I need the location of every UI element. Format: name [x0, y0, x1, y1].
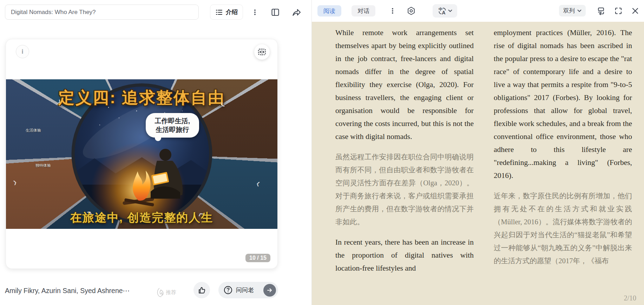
- column-layout-value: 双列: [563, 7, 575, 15]
- collapse-card-button[interactable]: [254, 44, 270, 60]
- hexagon-gear-icon: [407, 6, 416, 15]
- reader-settings-button[interactable]: [406, 6, 416, 16]
- tab-chat[interactable]: 对话: [351, 5, 375, 16]
- info-button[interactable]: i: [16, 45, 29, 58]
- paragraph-translation: 虽然远程工作安排因在职位合同中明确说明而有所不同，但自由职业者和数字游牧者在空间…: [335, 151, 474, 228]
- page-indicator: 2/10: [624, 294, 636, 302]
- split-view-button[interactable]: [269, 6, 282, 19]
- slide-title: 定义四: 追求整体自由: [6, 87, 277, 109]
- page-mode-button[interactable]: [596, 6, 606, 16]
- layout-columns-icon: [271, 8, 280, 17]
- document-panel: 介绍 i: [0, 0, 311, 305]
- app-window: 介绍 i: [0, 0, 644, 305]
- paragraph: In recent years, there has been an incre…: [335, 236, 474, 275]
- ai-flame-icon: [156, 287, 165, 298]
- translate-icon: 中 A: [438, 7, 447, 15]
- fullscreen-button[interactable]: [613, 6, 624, 16]
- paragraph: While remote work arrangements set thems…: [335, 26, 474, 143]
- outline-button-label: 介绍: [226, 8, 238, 16]
- segment-chevron-icon: ❯: [12, 179, 17, 185]
- ask-teacher-button[interactable]: 问问老: [218, 282, 278, 298]
- outline-button[interactable]: 介绍: [210, 5, 243, 20]
- translate-button[interactable]: 中 A: [433, 4, 457, 18]
- svg-text:A: A: [442, 10, 445, 15]
- more-vertical-icon: [389, 7, 396, 14]
- slide-page-badge: 10 / 15: [245, 254, 270, 262]
- paragraph-translation: 近年来，数字原住民的比例有所增加，他们拥有无处不在的生活方式和就业实践（Müll…: [494, 190, 632, 267]
- submit-arrow-icon[interactable]: [263, 284, 276, 297]
- text-column-right: employment practices (Müller, 2016). The…: [494, 26, 632, 275]
- chevron-down-icon: [448, 9, 452, 12]
- speech-bubble: 工作即生活, 生活即旅行: [146, 113, 199, 138]
- ai-recommend-label: 推荐: [166, 289, 176, 296]
- reader-toolbar: 阅读 对话 中 A: [312, 0, 644, 22]
- text-column-left: While remote work arrangements set thems…: [335, 26, 474, 282]
- tab-read[interactable]: 阅读: [317, 5, 341, 16]
- collapse-horizontal-icon: [257, 47, 267, 57]
- question-circle-icon: [223, 285, 233, 295]
- chevron-down-icon: [577, 9, 581, 12]
- share-arrow-icon: [292, 8, 301, 17]
- like-button[interactable]: [193, 282, 210, 298]
- thumbs-up-icon: [198, 286, 206, 294]
- slide-tagline: 在旅途中, 创造完整的人生: [6, 210, 277, 226]
- paragraph: employment practices (Müller, 2016). The…: [494, 26, 632, 182]
- close-icon: [631, 7, 639, 15]
- slide-card: i: [6, 39, 278, 269]
- slide-mini-label: 生活体验: [26, 128, 41, 133]
- more-menu-button[interactable]: [249, 6, 261, 19]
- page-mode-icon: [597, 7, 605, 15]
- speech-bubble-line: 生活即旅行: [149, 125, 196, 134]
- speech-bubble-line: 工作即生活,: [149, 117, 196, 125]
- list-icon: [215, 8, 223, 16]
- authors-text: Amily Fikry, Azurin Sani, Syed Ashrene⋯: [5, 287, 145, 295]
- segment-chevron-icon: ❯: [255, 181, 260, 187]
- reader-page[interactable]: While remote work arrangements set thems…: [312, 22, 644, 305]
- slide-mini-label: 独特体验: [35, 163, 51, 168]
- fullscreen-icon: [614, 7, 623, 15]
- column-layout-select[interactable]: 双列: [559, 5, 586, 16]
- close-button[interactable]: [630, 6, 640, 16]
- share-button[interactable]: [290, 6, 303, 19]
- document-title-input[interactable]: [5, 5, 199, 20]
- ask-teacher-label: 问问老: [236, 286, 254, 294]
- reader-more-button[interactable]: [387, 6, 398, 16]
- ai-recommend-badge: 推荐: [156, 287, 176, 298]
- reader-panel: 阅读 对话 中 A: [312, 0, 644, 305]
- more-vertical-icon: [251, 9, 258, 16]
- slide-image[interactable]: 定义四: 追求整体自由 工作即生活, 生活即旅行 在旅途中, 创造完整的人生 生…: [6, 79, 277, 229]
